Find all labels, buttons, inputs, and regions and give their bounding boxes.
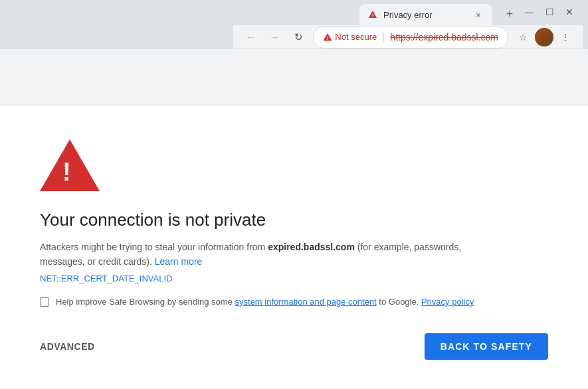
tab-favicon: ! (367, 9, 378, 20)
safe-browsing-text-2: to Google. (377, 297, 421, 307)
error-code: NET::ERR_CERT_DATE_INVALID (40, 273, 548, 283)
privacy-policy-link[interactable]: Privacy policy (421, 297, 474, 307)
security-indicator: ! Not secure (323, 32, 377, 42)
description-start: Attackers might be trying to steal your … (40, 242, 268, 252)
back-button[interactable]: ← (241, 28, 260, 46)
svg-text:!: ! (372, 13, 374, 19)
more-options-button[interactable]: ⋮ (556, 28, 575, 46)
reload-button[interactable]: ↻ (289, 28, 308, 46)
page-content: Your connection is not private Attackers… (0, 106, 588, 389)
safe-browsing-text: Help improve Safe Browsing by sending so… (56, 297, 474, 307)
url-text: https://expired.badssl.com (390, 32, 498, 42)
active-tab[interactable]: ! Privacy error × (359, 4, 492, 25)
svg-text:!: ! (327, 35, 329, 41)
error-domain: expired.badssl.com (268, 242, 355, 252)
minimize-button[interactable]: — (524, 7, 535, 17)
error-title: Your connection is not private (40, 210, 548, 230)
safe-browsing-text-1: Help improve Safe Browsing by sending so… (56, 297, 235, 307)
back-to-safety-button[interactable]: BACK TO SAFETY (425, 333, 548, 360)
bottom-bar: ADVANCED BACK TO SAFETY (40, 327, 548, 360)
tab-close-button[interactable]: × (472, 9, 484, 21)
url-actions: ☆ ⋮ (514, 28, 575, 46)
maximize-button[interactable]: ☐ (544, 7, 555, 17)
safe-browsing-section: Help improve Safe Browsing by sending so… (40, 297, 518, 307)
warning-triangle-icon (40, 139, 100, 191)
url-box[interactable]: ! Not secure | https://expired.badssl.co… (313, 26, 508, 48)
close-button[interactable]: ✕ (564, 7, 575, 17)
error-icon (40, 139, 548, 194)
url-separator: | (382, 31, 385, 43)
title-bar: ! Privacy error × + — ☐ ✕ ← → ↻ (0, 0, 588, 25)
forward-button[interactable]: → (265, 28, 284, 46)
tab-title: Privacy error (383, 10, 467, 20)
safe-browsing-checkbox[interactable] (40, 297, 49, 307)
error-description: Attackers might be trying to steal your … (40, 240, 505, 270)
advanced-button[interactable]: ADVANCED (40, 341, 95, 352)
security-warning-icon: ! (323, 33, 332, 42)
new-tab-button[interactable]: + (500, 5, 519, 23)
system-info-link[interactable]: system information and page content (235, 297, 377, 307)
learn-more-link[interactable]: Learn more (155, 256, 203, 267)
avatar[interactable] (535, 28, 553, 46)
not-secure-label: Not secure (335, 32, 377, 42)
bookmark-button[interactable]: ☆ (514, 28, 532, 46)
profile-image (535, 28, 553, 46)
